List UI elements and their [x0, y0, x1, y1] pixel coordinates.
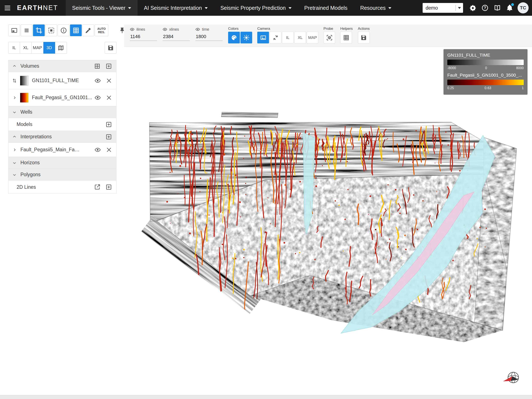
crop-button[interactable] [33, 25, 45, 36]
auto-res-button[interactable]: AUTO RES. [95, 25, 108, 36]
time-input[interactable]: 1800 [195, 32, 223, 41]
grid-icon [343, 34, 349, 41]
chevron-down-icon [205, 7, 208, 10]
visibility-icon[interactable] [95, 95, 101, 101]
grid-button[interactable] [70, 25, 82, 36]
project-select-value: demo [426, 5, 438, 11]
chevron-right-icon[interactable] [12, 95, 17, 100]
picker-button[interactable] [82, 25, 94, 36]
save-scene-button[interactable] [358, 32, 370, 43]
view-tab-group: IL XL MAP 3D [8, 42, 67, 54]
remove-icon[interactable] [106, 95, 112, 101]
xlines-input[interactable]: 2384 [163, 32, 190, 41]
tab-map[interactable]: MAP [32, 42, 43, 54]
reorder-icon[interactable] [12, 78, 17, 83]
gear-icon [469, 4, 476, 12]
basemap-button[interactable] [55, 42, 67, 54]
nav-item-pretrained-models[interactable]: Pretrained Models [298, 0, 354, 16]
ilines-input[interactable]: 1146 [130, 32, 157, 41]
grayscale-colorbar[interactable] [447, 60, 524, 65]
select-caret-icon [456, 5, 463, 11]
avatar[interactable]: TC [518, 2, 529, 13]
camera-xl-button[interactable]: XL [294, 32, 306, 43]
tree-section-polygons[interactable]: Polygons [8, 169, 116, 181]
group-label: Helpers [340, 27, 353, 31]
tree-section-interpretations[interactable]: Interpretations [8, 131, 116, 143]
visibility-icon[interactable] [195, 27, 200, 32]
split-view-icon[interactable] [94, 63, 101, 69]
visibility-icon[interactable] [163, 27, 167, 32]
tree-section-models[interactable]: Models [8, 118, 116, 131]
time-field: time 1800 [195, 27, 223, 41]
add-volume-icon[interactable] [106, 63, 112, 69]
camera-il-button[interactable]: IL [282, 32, 294, 43]
tab-il[interactable]: IL [8, 42, 20, 54]
visibility-icon[interactable] [130, 27, 134, 32]
visibility-icon[interactable] [95, 77, 101, 84]
colorbar-legend: GN1101_FULL_TIME -8000 0 8000 Fault_Pega… [443, 49, 527, 95]
layout-button[interactable] [8, 25, 20, 36]
bottom-strip [0, 395, 532, 399]
colormap-thumbnail[interactable] [20, 76, 29, 86]
interpretation-row[interactable]: Fault_Pegasii5_Main_Faults [8, 143, 116, 157]
colors-group: Colors [228, 27, 252, 43]
section-label: Horizons [20, 160, 40, 165]
help-button[interactable]: ? [479, 0, 491, 16]
orientation-compass[interactable] [501, 368, 524, 386]
visibility-icon[interactable] [95, 147, 101, 153]
add-2d-line-icon[interactable] [106, 184, 112, 190]
eyedropper-icon [85, 27, 92, 34]
tree-section-2d-lines[interactable]: 2D Lines [8, 181, 116, 193]
lighting-button[interactable] [241, 32, 252, 43]
nav-item-ai-seismic-interpretation[interactable]: AI Seismic Interpretation [138, 0, 214, 16]
crop-icon [36, 27, 42, 34]
colormap-thumbnail[interactable] [20, 93, 29, 102]
tree-section-wells[interactable]: Wells [8, 106, 116, 118]
chevron-down-icon [12, 160, 17, 165]
legend-volume-name: Fault_Pegasii_5_GN1001_0_3500_... [447, 73, 524, 78]
nav-item-seismic-tools-viewer[interactable]: Seismic Tools - Viewer [66, 0, 138, 16]
add-model-icon[interactable] [106, 121, 112, 128]
helpers-group: Helpers [340, 27, 353, 43]
add-interpretation-icon[interactable] [106, 134, 112, 140]
seismic-3d-viewport[interactable] [124, 46, 532, 395]
hot-colorbar[interactable] [447, 80, 524, 85]
nav-item-label: AI Seismic Interpretation [144, 5, 202, 11]
save-layout-button[interactable] [105, 42, 116, 54]
tab-3d[interactable]: 3D [43, 42, 55, 54]
menu-button[interactable] [0, 0, 15, 16]
volume-row[interactable]: GN1101_FULL_TIME [8, 72, 116, 89]
open-in-new-icon[interactable] [94, 184, 101, 190]
remove-icon[interactable] [106, 147, 112, 153]
grid-icon [73, 27, 79, 34]
nav-item-seismic-property-prediction[interactable]: Seismic Property Prediction [214, 0, 298, 16]
tab-xl[interactable]: XL [20, 42, 32, 54]
palette-button[interactable] [228, 32, 240, 43]
snapshot-button[interactable] [257, 32, 269, 43]
book-icon [494, 4, 501, 12]
notifications-button[interactable] [503, 0, 516, 16]
group-label: Actions [358, 27, 370, 31]
probe-group: Probe [323, 27, 335, 43]
legend-max: 1 [522, 86, 524, 90]
reset-view-button[interactable] [270, 32, 281, 43]
chevron-right-icon[interactable] [12, 147, 17, 152]
image-icon [260, 34, 266, 41]
nav-item-resources[interactable]: Resources [354, 0, 398, 16]
brand-thin: NET [43, 4, 58, 12]
info-button[interactable] [58, 25, 69, 36]
camera-map-button[interactable]: MAP [307, 32, 318, 43]
slice-plane-button[interactable] [21, 25, 32, 36]
docs-button[interactable] [491, 0, 503, 16]
probe-button[interactable] [323, 32, 335, 43]
bounds-button[interactable] [45, 25, 57, 36]
brand-logo[interactable]: EARTHNET [17, 4, 58, 12]
tree-section-horizons[interactable]: Horizons [8, 157, 116, 169]
project-select[interactable]: demo [423, 3, 463, 13]
volume-row[interactable]: Fault_Pegasii_5_GN1001... [8, 89, 116, 106]
tree-section-volumes[interactable]: Volumes [8, 60, 116, 72]
helpers-grid-button[interactable] [340, 32, 352, 43]
remove-icon[interactable] [106, 78, 112, 84]
settings-button[interactable] [466, 0, 479, 16]
camera-group: Camera IL XL MAP [257, 27, 318, 43]
